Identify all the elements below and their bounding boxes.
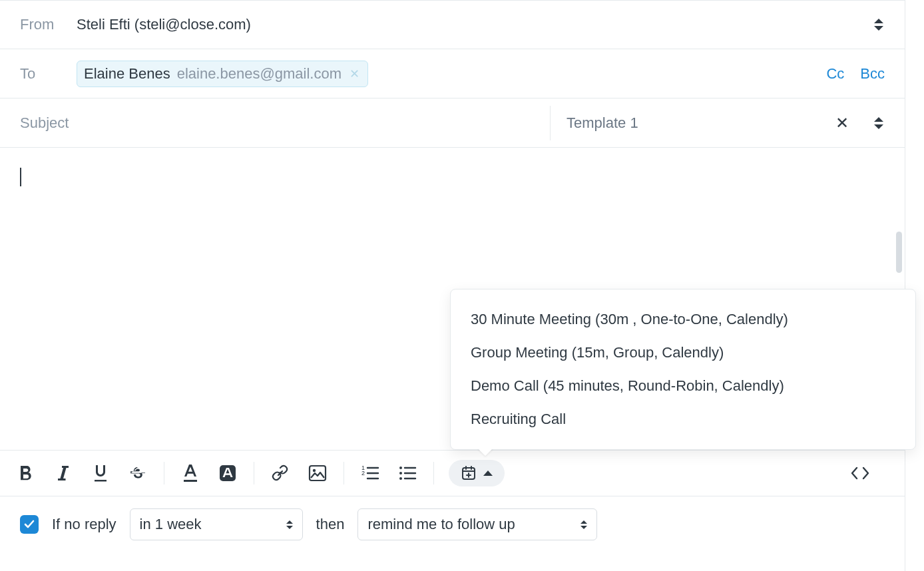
svg-text:2: 2 [361,470,365,476]
numbered-list-icon[interactable]: 12 [359,462,381,484]
recipient-chip[interactable]: Elaine Benes elaine.benes@gmail.com ✕ [77,61,368,87]
calendar-option[interactable]: Demo Call (45 minutes, Round-Robin, Cale… [451,369,915,403]
code-view-icon[interactable] [849,462,871,484]
followup-action-select[interactable]: remind me to follow up [357,508,597,540]
recipient-name: Elaine Benes [84,65,170,83]
followup-action-value: remind me to follow up [367,516,515,533]
toolbar-separator [344,462,344,484]
from-dropdown-icon[interactable] [873,17,885,32]
highlight-color-icon[interactable] [216,462,239,484]
clear-template-icon[interactable]: ✕ [835,114,849,132]
then-label: then [316,516,345,533]
underline-icon[interactable] [89,462,112,484]
template-selected[interactable]: Template 1 [567,114,819,132]
if-no-reply-label: If no reply [52,516,116,533]
text-cursor [20,168,21,186]
svg-point-7 [399,477,402,480]
from-row: From Steli Efti (steli@close.com) [0,0,905,49]
chevron-sort-icon [580,520,587,529]
strikethrough-icon[interactable] [126,462,149,484]
bcc-link[interactable]: Bcc [860,65,885,83]
text-color-icon[interactable] [179,462,202,484]
followup-time-value: in 1 week [140,516,202,533]
calendar-plus-icon [461,465,477,481]
check-icon [23,518,35,530]
svg-point-2 [313,469,316,472]
formatting-toolbar: 12 [0,450,905,496]
italic-icon[interactable] [52,462,75,484]
popover-tail [477,448,493,456]
subject-input[interactable] [20,114,286,132]
recipient-email: elaine.benes@gmail.com [177,65,342,83]
followup-checkbox[interactable] [20,515,39,534]
from-value[interactable]: Steli Efti (steli@close.com) [77,16,251,33]
calendar-option[interactable]: Group Meeting (15m, Group, Calendly) [451,336,915,369]
svg-rect-1 [310,466,326,480]
bullet-list-icon[interactable] [396,462,419,484]
to-label: To [20,65,77,83]
subject-row: Template 1 ✕ [0,98,905,148]
chevron-sort-icon [286,520,293,529]
toolbar-separator [164,462,164,484]
toolbar-separator [254,462,254,484]
svg-point-5 [399,467,402,469]
caret-up-icon [483,471,493,476]
svg-point-6 [399,472,402,475]
remove-recipient-icon[interactable]: ✕ [348,68,361,80]
separator [550,106,551,140]
image-icon[interactable] [306,462,329,484]
calendar-option[interactable]: 30 Minute Meeting (30m , One-to-One, Cal… [451,303,915,336]
svg-rect-0 [220,465,236,481]
cc-link[interactable]: Cc [826,65,844,83]
to-row: To Elaine Benes elaine.benes@gmail.com ✕… [0,49,905,98]
calendar-popover: 30 Minute Meeting (30m , One-to-One, Cal… [450,289,916,450]
from-label: From [20,16,77,33]
followup-row: If no reply in 1 week then remind me to … [0,496,905,552]
calendar-option[interactable]: Recruiting Call [451,403,915,436]
template-dropdown-icon[interactable] [873,116,885,130]
followup-time-select[interactable]: in 1 week [130,508,303,540]
compose-panel: From Steli Efti (steli@close.com) To Ela… [0,0,905,571]
toolbar-separator [433,462,434,484]
bold-icon[interactable] [15,462,37,484]
link-icon[interactable] [269,462,292,484]
scrollbar-thumb[interactable] [896,232,902,273]
calendar-insert-button[interactable] [449,460,505,486]
